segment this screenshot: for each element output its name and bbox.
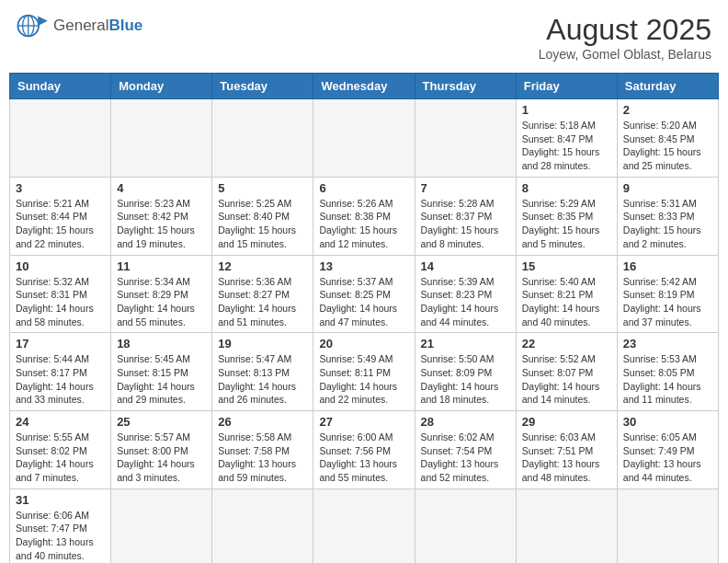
day-info: Sunrise: 5:42 AM Sunset: 8:19 PM Dayligh…	[623, 275, 712, 329]
title-area: August 2025 Loyew, Gomel Oblast, Belarus	[539, 13, 711, 62]
calendar-cell	[212, 488, 313, 563]
calendar-cell: 31Sunrise: 6:06 AM Sunset: 7:47 PM Dayli…	[10, 488, 111, 563]
day-info: Sunrise: 5:37 AM Sunset: 8:25 PM Dayligh…	[319, 275, 408, 329]
day-number: 28	[421, 415, 510, 429]
day-info: Sunrise: 5:36 AM Sunset: 8:27 PM Dayligh…	[218, 275, 307, 329]
calendar-cell: 25Sunrise: 5:57 AM Sunset: 8:00 PM Dayli…	[111, 411, 212, 489]
day-number: 23	[623, 337, 712, 350]
calendar-cell	[111, 99, 212, 178]
day-number: 1	[522, 103, 611, 117]
day-number: 9	[623, 181, 712, 195]
calendar-cell: 1Sunrise: 5:18 AM Sunset: 8:47 PM Daylig…	[516, 99, 617, 178]
calendar-cell: 16Sunrise: 5:42 AM Sunset: 8:19 PM Dayli…	[617, 255, 718, 333]
day-info: Sunrise: 5:20 AM Sunset: 8:45 PM Dayligh…	[623, 119, 712, 173]
calendar-cell: 30Sunrise: 6:05 AM Sunset: 7:49 PM Dayli…	[617, 411, 718, 489]
calendar-cell: 20Sunrise: 5:49 AM Sunset: 8:11 PM Dayli…	[313, 333, 415, 411]
calendar-cell: 6Sunrise: 5:26 AM Sunset: 8:38 PM Daylig…	[313, 177, 415, 255]
calendar-cell: 4Sunrise: 5:23 AM Sunset: 8:42 PM Daylig…	[111, 177, 212, 255]
calendar-cell	[212, 99, 313, 178]
calendar-cell: 26Sunrise: 5:58 AM Sunset: 7:58 PM Dayli…	[212, 411, 313, 489]
header-thursday: Thursday	[415, 74, 516, 99]
month-title: August 2025	[539, 13, 711, 47]
day-number: 25	[117, 415, 206, 429]
week-row-2: 3Sunrise: 5:21 AM Sunset: 8:44 PM Daylig…	[10, 177, 719, 255]
header: GeneralBlue August 2025 Loyew, Gomel Obl…	[9, 9, 719, 65]
day-info: Sunrise: 5:23 AM Sunset: 8:42 PM Dayligh…	[117, 197, 206, 251]
day-info: Sunrise: 5:25 AM Sunset: 8:40 PM Dayligh…	[218, 197, 307, 251]
week-row-1: 1Sunrise: 5:18 AM Sunset: 8:47 PM Daylig…	[10, 99, 719, 178]
calendar-cell: 28Sunrise: 6:02 AM Sunset: 7:54 PM Dayli…	[415, 411, 516, 489]
header-sunday: Sunday	[10, 74, 111, 99]
day-info: Sunrise: 5:31 AM Sunset: 8:33 PM Dayligh…	[623, 197, 712, 251]
calendar-cell	[415, 99, 516, 178]
calendar-cell: 24Sunrise: 5:55 AM Sunset: 8:02 PM Dayli…	[10, 411, 111, 489]
calendar-cell: 7Sunrise: 5:28 AM Sunset: 8:37 PM Daylig…	[415, 177, 516, 255]
calendar-cell: 9Sunrise: 5:31 AM Sunset: 8:33 PM Daylig…	[617, 177, 718, 255]
logo-icon	[17, 13, 50, 39]
day-info: Sunrise: 5:39 AM Sunset: 8:23 PM Dayligh…	[421, 275, 510, 329]
header-friday: Friday	[516, 74, 617, 99]
calendar-cell	[10, 99, 111, 178]
calendar-header-row: SundayMondayTuesdayWednesdayThursdayFrid…	[10, 74, 719, 99]
day-info: Sunrise: 6:02 AM Sunset: 7:54 PM Dayligh…	[421, 431, 510, 485]
calendar-cell: 21Sunrise: 5:50 AM Sunset: 8:09 PM Dayli…	[415, 333, 516, 411]
day-number: 7	[421, 181, 510, 195]
header-tuesday: Tuesday	[212, 74, 313, 99]
day-number: 13	[319, 259, 408, 273]
svg-marker-4	[38, 17, 48, 27]
calendar-cell: 3Sunrise: 5:21 AM Sunset: 8:44 PM Daylig…	[10, 177, 111, 255]
day-info: Sunrise: 5:44 AM Sunset: 8:17 PM Dayligh…	[16, 352, 105, 407]
day-number: 21	[421, 337, 510, 350]
calendar-cell	[111, 488, 212, 563]
calendar-cell: 17Sunrise: 5:44 AM Sunset: 8:17 PM Dayli…	[10, 333, 111, 411]
header-saturday: Saturday	[617, 74, 718, 99]
day-number: 24	[16, 415, 105, 429]
day-number: 20	[319, 337, 408, 350]
calendar-cell	[617, 488, 718, 563]
calendar-cell: 15Sunrise: 5:40 AM Sunset: 8:21 PM Dayli…	[516, 255, 617, 333]
calendar-cell: 14Sunrise: 5:39 AM Sunset: 8:23 PM Dayli…	[415, 255, 516, 333]
day-info: Sunrise: 5:28 AM Sunset: 8:37 PM Dayligh…	[421, 197, 510, 251]
week-row-4: 17Sunrise: 5:44 AM Sunset: 8:17 PM Dayli…	[10, 333, 719, 411]
header-wednesday: Wednesday	[313, 74, 415, 99]
day-info: Sunrise: 5:40 AM Sunset: 8:21 PM Dayligh…	[522, 275, 611, 329]
day-info: Sunrise: 5:49 AM Sunset: 8:11 PM Dayligh…	[319, 352, 408, 407]
day-number: 4	[117, 181, 206, 195]
logo-text: GeneralBlue	[53, 17, 142, 35]
day-number: 26	[218, 415, 307, 429]
day-number: 18	[117, 337, 206, 350]
day-number: 19	[218, 337, 307, 350]
header-monday: Monday	[111, 74, 212, 99]
day-number: 29	[522, 415, 611, 429]
day-info: Sunrise: 5:45 AM Sunset: 8:15 PM Dayligh…	[117, 352, 206, 407]
day-info: Sunrise: 5:57 AM Sunset: 8:00 PM Dayligh…	[117, 431, 206, 485]
day-info: Sunrise: 5:34 AM Sunset: 8:29 PM Dayligh…	[117, 275, 206, 329]
day-info: Sunrise: 5:58 AM Sunset: 7:58 PM Dayligh…	[218, 431, 307, 485]
day-info: Sunrise: 5:55 AM Sunset: 8:02 PM Dayligh…	[16, 431, 105, 485]
calendar-cell	[415, 488, 516, 563]
calendar-cell: 27Sunrise: 6:00 AM Sunset: 7:56 PM Dayli…	[313, 411, 415, 489]
day-number: 11	[117, 259, 206, 273]
day-number: 27	[319, 415, 408, 429]
day-number: 30	[623, 415, 712, 429]
day-info: Sunrise: 5:52 AM Sunset: 8:07 PM Dayligh…	[522, 352, 611, 407]
week-row-3: 10Sunrise: 5:32 AM Sunset: 8:31 PM Dayli…	[10, 255, 719, 333]
day-number: 2	[623, 103, 712, 117]
day-info: Sunrise: 5:32 AM Sunset: 8:31 PM Dayligh…	[16, 275, 105, 329]
day-number: 10	[16, 259, 105, 273]
day-number: 8	[522, 181, 611, 195]
day-info: Sunrise: 5:29 AM Sunset: 8:35 PM Dayligh…	[522, 197, 611, 251]
calendar-cell: 11Sunrise: 5:34 AM Sunset: 8:29 PM Dayli…	[111, 255, 212, 333]
day-info: Sunrise: 5:21 AM Sunset: 8:44 PM Dayligh…	[16, 197, 105, 251]
day-info: Sunrise: 6:05 AM Sunset: 7:49 PM Dayligh…	[623, 431, 712, 485]
calendar-cell	[313, 488, 415, 563]
day-number: 3	[16, 181, 105, 195]
calendar-cell: 23Sunrise: 5:53 AM Sunset: 8:05 PM Dayli…	[617, 333, 718, 411]
calendar-cell: 29Sunrise: 6:03 AM Sunset: 7:51 PM Dayli…	[516, 411, 617, 489]
calendar-cell: 8Sunrise: 5:29 AM Sunset: 8:35 PM Daylig…	[516, 177, 617, 255]
logo: GeneralBlue	[17, 13, 142, 39]
calendar: SundayMondayTuesdayWednesdayThursdayFrid…	[9, 73, 719, 563]
day-info: Sunrise: 5:53 AM Sunset: 8:05 PM Dayligh…	[623, 352, 712, 407]
calendar-cell: 13Sunrise: 5:37 AM Sunset: 8:25 PM Dayli…	[313, 255, 415, 333]
day-info: Sunrise: 5:18 AM Sunset: 8:47 PM Dayligh…	[522, 119, 611, 173]
